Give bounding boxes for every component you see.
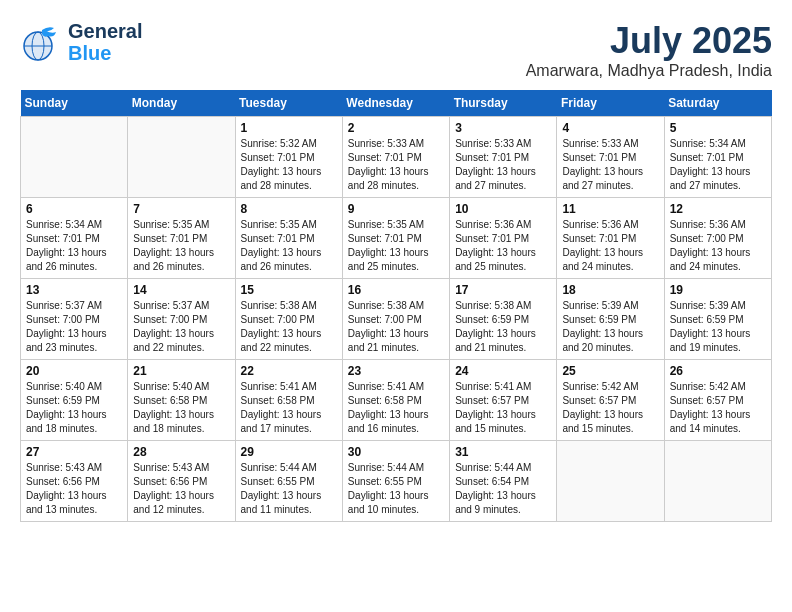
day-number: 29 <box>241 445 337 459</box>
location-title: Amarwara, Madhya Pradesh, India <box>526 62 772 80</box>
day-info: Sunrise: 5:42 AMSunset: 6:57 PMDaylight:… <box>562 380 658 436</box>
day-number: 22 <box>241 364 337 378</box>
calendar-cell: 20Sunrise: 5:40 AMSunset: 6:59 PMDayligh… <box>21 360 128 441</box>
day-info: Sunrise: 5:44 AMSunset: 6:55 PMDaylight:… <box>348 461 444 517</box>
calendar-cell: 5Sunrise: 5:34 AMSunset: 7:01 PMDaylight… <box>664 117 771 198</box>
day-info: Sunrise: 5:43 AMSunset: 6:56 PMDaylight:… <box>133 461 229 517</box>
logo: General Blue <box>20 20 142 64</box>
day-info: Sunrise: 5:38 AMSunset: 7:00 PMDaylight:… <box>241 299 337 355</box>
calendar-cell: 3Sunrise: 5:33 AMSunset: 7:01 PMDaylight… <box>450 117 557 198</box>
day-info: Sunrise: 5:32 AMSunset: 7:01 PMDaylight:… <box>241 137 337 193</box>
day-info: Sunrise: 5:34 AMSunset: 7:01 PMDaylight:… <box>670 137 766 193</box>
weekday-header-wednesday: Wednesday <box>342 90 449 117</box>
calendar-header-row: SundayMondayTuesdayWednesdayThursdayFrid… <box>21 90 772 117</box>
day-number: 28 <box>133 445 229 459</box>
calendar-cell <box>557 441 664 522</box>
day-number: 13 <box>26 283 122 297</box>
calendar-cell <box>21 117 128 198</box>
calendar-cell: 12Sunrise: 5:36 AMSunset: 7:00 PMDayligh… <box>664 198 771 279</box>
day-info: Sunrise: 5:36 AMSunset: 7:00 PMDaylight:… <box>670 218 766 274</box>
day-number: 4 <box>562 121 658 135</box>
day-number: 5 <box>670 121 766 135</box>
day-number: 21 <box>133 364 229 378</box>
page-header: General Blue July 2025 Amarwara, Madhya … <box>20 20 772 80</box>
day-info: Sunrise: 5:33 AMSunset: 7:01 PMDaylight:… <box>348 137 444 193</box>
day-number: 12 <box>670 202 766 216</box>
day-number: 10 <box>455 202 551 216</box>
day-number: 2 <box>348 121 444 135</box>
calendar-cell: 22Sunrise: 5:41 AMSunset: 6:58 PMDayligh… <box>235 360 342 441</box>
calendar-cell: 27Sunrise: 5:43 AMSunset: 6:56 PMDayligh… <box>21 441 128 522</box>
calendar-cell <box>664 441 771 522</box>
calendar-cell: 4Sunrise: 5:33 AMSunset: 7:01 PMDaylight… <box>557 117 664 198</box>
calendar-cell: 29Sunrise: 5:44 AMSunset: 6:55 PMDayligh… <box>235 441 342 522</box>
day-number: 9 <box>348 202 444 216</box>
calendar-cell: 28Sunrise: 5:43 AMSunset: 6:56 PMDayligh… <box>128 441 235 522</box>
day-info: Sunrise: 5:33 AMSunset: 7:01 PMDaylight:… <box>562 137 658 193</box>
weekday-header-saturday: Saturday <box>664 90 771 117</box>
day-number: 31 <box>455 445 551 459</box>
title-block: July 2025 Amarwara, Madhya Pradesh, Indi… <box>526 20 772 80</box>
weekday-header-friday: Friday <box>557 90 664 117</box>
weekday-header-monday: Monday <box>128 90 235 117</box>
calendar-cell: 8Sunrise: 5:35 AMSunset: 7:01 PMDaylight… <box>235 198 342 279</box>
day-number: 11 <box>562 202 658 216</box>
day-info: Sunrise: 5:40 AMSunset: 6:58 PMDaylight:… <box>133 380 229 436</box>
day-number: 14 <box>133 283 229 297</box>
calendar-cell: 21Sunrise: 5:40 AMSunset: 6:58 PMDayligh… <box>128 360 235 441</box>
week-row-4: 20Sunrise: 5:40 AMSunset: 6:59 PMDayligh… <box>21 360 772 441</box>
calendar-cell <box>128 117 235 198</box>
day-number: 8 <box>241 202 337 216</box>
calendar-cell: 6Sunrise: 5:34 AMSunset: 7:01 PMDaylight… <box>21 198 128 279</box>
day-number: 16 <box>348 283 444 297</box>
day-number: 24 <box>455 364 551 378</box>
day-number: 6 <box>26 202 122 216</box>
day-number: 3 <box>455 121 551 135</box>
calendar-cell: 14Sunrise: 5:37 AMSunset: 7:00 PMDayligh… <box>128 279 235 360</box>
calendar-table: SundayMondayTuesdayWednesdayThursdayFrid… <box>20 90 772 522</box>
calendar-cell: 13Sunrise: 5:37 AMSunset: 7:00 PMDayligh… <box>21 279 128 360</box>
week-row-2: 6Sunrise: 5:34 AMSunset: 7:01 PMDaylight… <box>21 198 772 279</box>
week-row-5: 27Sunrise: 5:43 AMSunset: 6:56 PMDayligh… <box>21 441 772 522</box>
calendar-cell: 9Sunrise: 5:35 AMSunset: 7:01 PMDaylight… <box>342 198 449 279</box>
day-info: Sunrise: 5:34 AMSunset: 7:01 PMDaylight:… <box>26 218 122 274</box>
calendar-cell: 2Sunrise: 5:33 AMSunset: 7:01 PMDaylight… <box>342 117 449 198</box>
day-number: 18 <box>562 283 658 297</box>
day-number: 20 <box>26 364 122 378</box>
calendar-cell: 26Sunrise: 5:42 AMSunset: 6:57 PMDayligh… <box>664 360 771 441</box>
day-info: Sunrise: 5:37 AMSunset: 7:00 PMDaylight:… <box>26 299 122 355</box>
day-number: 1 <box>241 121 337 135</box>
day-info: Sunrise: 5:39 AMSunset: 6:59 PMDaylight:… <box>670 299 766 355</box>
week-row-1: 1Sunrise: 5:32 AMSunset: 7:01 PMDaylight… <box>21 117 772 198</box>
day-number: 30 <box>348 445 444 459</box>
day-info: Sunrise: 5:41 AMSunset: 6:58 PMDaylight:… <box>348 380 444 436</box>
day-number: 17 <box>455 283 551 297</box>
calendar-cell: 15Sunrise: 5:38 AMSunset: 7:00 PMDayligh… <box>235 279 342 360</box>
day-info: Sunrise: 5:38 AMSunset: 6:59 PMDaylight:… <box>455 299 551 355</box>
day-info: Sunrise: 5:35 AMSunset: 7:01 PMDaylight:… <box>133 218 229 274</box>
day-number: 19 <box>670 283 766 297</box>
day-info: Sunrise: 5:35 AMSunset: 7:01 PMDaylight:… <box>348 218 444 274</box>
day-info: Sunrise: 5:40 AMSunset: 6:59 PMDaylight:… <box>26 380 122 436</box>
day-info: Sunrise: 5:41 AMSunset: 6:57 PMDaylight:… <box>455 380 551 436</box>
calendar-cell: 10Sunrise: 5:36 AMSunset: 7:01 PMDayligh… <box>450 198 557 279</box>
calendar-cell: 11Sunrise: 5:36 AMSunset: 7:01 PMDayligh… <box>557 198 664 279</box>
calendar-cell: 25Sunrise: 5:42 AMSunset: 6:57 PMDayligh… <box>557 360 664 441</box>
day-number: 25 <box>562 364 658 378</box>
day-info: Sunrise: 5:35 AMSunset: 7:01 PMDaylight:… <box>241 218 337 274</box>
calendar-cell: 7Sunrise: 5:35 AMSunset: 7:01 PMDaylight… <box>128 198 235 279</box>
calendar-cell: 31Sunrise: 5:44 AMSunset: 6:54 PMDayligh… <box>450 441 557 522</box>
calendar-cell: 19Sunrise: 5:39 AMSunset: 6:59 PMDayligh… <box>664 279 771 360</box>
calendar-cell: 24Sunrise: 5:41 AMSunset: 6:57 PMDayligh… <box>450 360 557 441</box>
week-row-3: 13Sunrise: 5:37 AMSunset: 7:00 PMDayligh… <box>21 279 772 360</box>
month-title: July 2025 <box>526 20 772 62</box>
calendar-cell: 16Sunrise: 5:38 AMSunset: 7:00 PMDayligh… <box>342 279 449 360</box>
day-info: Sunrise: 5:38 AMSunset: 7:00 PMDaylight:… <box>348 299 444 355</box>
weekday-header-thursday: Thursday <box>450 90 557 117</box>
day-info: Sunrise: 5:33 AMSunset: 7:01 PMDaylight:… <box>455 137 551 193</box>
day-info: Sunrise: 5:36 AMSunset: 7:01 PMDaylight:… <box>455 218 551 274</box>
calendar-cell: 30Sunrise: 5:44 AMSunset: 6:55 PMDayligh… <box>342 441 449 522</box>
day-info: Sunrise: 5:43 AMSunset: 6:56 PMDaylight:… <box>26 461 122 517</box>
weekday-header-sunday: Sunday <box>21 90 128 117</box>
day-number: 27 <box>26 445 122 459</box>
